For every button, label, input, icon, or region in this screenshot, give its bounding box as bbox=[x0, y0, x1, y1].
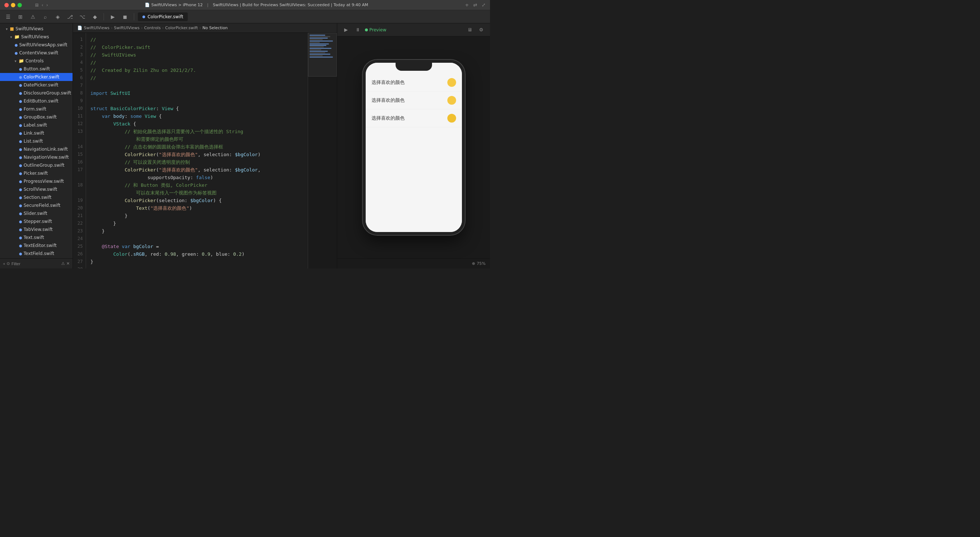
sidebar-item-groupbox[interactable]: ● GroupBox.swift bbox=[0, 113, 73, 121]
file-icon: ● bbox=[19, 236, 22, 240]
sidebar-item-navigationlink[interactable]: ● NavigationLink.swift bbox=[0, 145, 73, 153]
sidebar-item-tabview[interactable]: ● TabView.swift bbox=[0, 225, 73, 233]
color-circle-3[interactable] bbox=[447, 114, 456, 123]
warning-button[interactable]: ⚠ bbox=[28, 13, 38, 21]
sidebar-item-navigationview[interactable]: ● NavigationView.swift bbox=[0, 153, 73, 161]
code-line-16: // 可以设置关闭透明度的控制 bbox=[91, 158, 303, 166]
sidebar-label-tabview: TabView.swift bbox=[24, 227, 53, 232]
preview-play-button[interactable]: ▶ bbox=[342, 25, 350, 34]
sidebar-label-app: SwiftUIViewsApp.swift bbox=[19, 42, 67, 48]
sidebar-item-root[interactable]: ▾ ■ SwiftUIViews bbox=[0, 25, 73, 33]
forward-icon[interactable]: › bbox=[46, 3, 48, 8]
minimap-thumb[interactable] bbox=[308, 33, 337, 76]
run-button[interactable]: ▶ bbox=[108, 13, 118, 21]
code-line-7 bbox=[91, 82, 303, 89]
back-icon[interactable]: ‹ bbox=[41, 3, 43, 8]
grid-view-button[interactable]: ⊞ bbox=[15, 13, 25, 21]
sidebar-label-navigationview: NavigationView.swift bbox=[24, 155, 69, 160]
panel-toggle-icon[interactable]: ⊞ bbox=[35, 3, 39, 8]
sidebar-label-textfield: TextField.swift bbox=[24, 251, 54, 256]
titlebar: ⊞ ‹ › 📄 SwiftUIViews > iPhone 12 | Swift… bbox=[0, 0, 490, 10]
sidebar-item-section[interactable]: ● Section.swift bbox=[0, 193, 73, 201]
close-button[interactable] bbox=[5, 3, 9, 7]
minimap[interactable] bbox=[308, 33, 337, 269]
code-line-22: } bbox=[91, 220, 303, 227]
line-numbers: 1 2 3 4 5 6 7 8 9 10 11 12 13 14 15 16 1… bbox=[73, 33, 86, 269]
phone-list-item-1: 选择喜欢的颜色 bbox=[366, 74, 462, 92]
fullscreen-icon[interactable]: ⤢ bbox=[482, 2, 485, 8]
sidebar-item-form[interactable]: ● Form.swift bbox=[0, 105, 73, 113]
sidebar-item-stepper[interactable]: ● Stepper.swift bbox=[0, 217, 73, 225]
breadcrumb-item-1[interactable]: SwiftUIViews bbox=[84, 25, 110, 30]
history-button[interactable]: ⎇ bbox=[65, 13, 75, 21]
warning-count-button[interactable]: ⚠ bbox=[61, 261, 65, 266]
sidebar-item-controls[interactable]: ▾ 📁 Controls bbox=[0, 57, 73, 65]
sidebar-item-securefield[interactable]: ● SecureField.swift bbox=[0, 201, 73, 209]
diff-button[interactable]: ◈ bbox=[52, 13, 63, 21]
filter-button[interactable]: ⊙ Filter bbox=[6, 261, 20, 266]
code-line-14: // 点击右侧的圆圆就会弹出丰富的颜色选择框 bbox=[91, 143, 303, 151]
traffic-lights bbox=[5, 3, 22, 7]
sidebar-item-contentview[interactable]: ● ContentView.swift bbox=[0, 49, 73, 57]
sidebar-item-slider[interactable]: ● Slider.swift bbox=[0, 209, 73, 217]
sidebar-item-disclosuregroup[interactable]: ● DisclosureGroup.swift bbox=[0, 89, 73, 97]
sidebar-item-app[interactable]: ● SwiftUIViewsApp.swift bbox=[0, 41, 73, 49]
code-line-15: ColorPicker("选择喜欢的颜色", selection: $bgCol… bbox=[91, 151, 303, 158]
sidebar-item-picker[interactable]: ● Picker.swift bbox=[0, 169, 73, 177]
sidebar-item-label[interactable]: ● Label.swift bbox=[0, 121, 73, 129]
sidebar-item-textfield[interactable]: ● TextField.swift bbox=[0, 250, 73, 258]
phone-list-item-3: 选择喜欢的颜色 bbox=[366, 110, 462, 127]
sidebar-item-swiftuiviews[interactable]: ▾ 📁 SwiftUIViews bbox=[0, 33, 73, 41]
sidebar-label-editbutton: EditButton.swift bbox=[24, 99, 58, 104]
preview-toolbar: ▶ ⏸ Preview 🖥 ⚙ bbox=[337, 23, 490, 37]
add-file-button[interactable]: + bbox=[3, 261, 5, 266]
sidebar-item-colorpicker[interactable]: ● ColorPicker.swift bbox=[0, 73, 73, 81]
preview-device-button[interactable]: 🖥 bbox=[465, 25, 474, 34]
active-tab[interactable]: ● ColorPicker.swift bbox=[138, 13, 188, 21]
split-icon[interactable]: ⇄ bbox=[473, 2, 477, 8]
stop-button[interactable]: ◼ bbox=[120, 13, 130, 21]
color-circle-2[interactable] bbox=[447, 96, 456, 105]
search-button[interactable]: ⌕ bbox=[40, 13, 50, 21]
breadcrumb-item-5[interactable]: No Selection bbox=[202, 25, 228, 30]
sidebar-toggle-button[interactable]: ☰ bbox=[3, 13, 13, 21]
breadcrumb-item-4[interactable]: ColorPicker.swift bbox=[165, 25, 198, 30]
preview-pause-button[interactable]: ⏸ bbox=[353, 25, 362, 34]
preview-settings-button[interactable]: ⚙ bbox=[477, 25, 485, 34]
preview-zoom-icon[interactable]: ⊕ bbox=[472, 261, 475, 266]
preview-label: Preview bbox=[365, 27, 387, 32]
code-line-28 bbox=[91, 266, 303, 269]
code-editor[interactable]: // // ColorPicker.swift // SwiftUIViews … bbox=[86, 33, 308, 269]
sidebar-item-editbutton[interactable]: ● EditButton.swift bbox=[0, 97, 73, 105]
breadcrumb-item-2[interactable]: SwiftUIViews bbox=[114, 25, 140, 30]
code-line-8: import SwiftUI bbox=[91, 89, 303, 97]
sidebar-item-scrollview[interactable]: ● ScrollView.swift bbox=[0, 185, 73, 193]
sidebar-item-button[interactable]: ● Button.swift bbox=[0, 65, 73, 73]
git-button[interactable]: ⌥ bbox=[77, 13, 88, 21]
fullscreen-button[interactable] bbox=[18, 3, 22, 7]
code-line-20: Text("选择喜欢的颜色") bbox=[91, 204, 303, 212]
sidebar-item-datepicker[interactable]: ● DatePicker.swift bbox=[0, 81, 73, 89]
sidebar-item-texteditor[interactable]: ● TextEditor.swift bbox=[0, 242, 73, 250]
error-count-button[interactable]: ✕ bbox=[66, 261, 70, 266]
sidebar-item-list[interactable]: ● List.swift bbox=[0, 137, 73, 145]
sidebar-item-progressview[interactable]: ● ProgressView.swift bbox=[0, 177, 73, 185]
file-icon: ● bbox=[19, 83, 22, 87]
file-icon: ● bbox=[19, 228, 22, 232]
breakpoint-button[interactable]: ◆ bbox=[90, 13, 100, 21]
sidebar-tree[interactable]: ▾ ■ SwiftUIViews ▾ 📁 SwiftUIViews ● Swif… bbox=[0, 23, 73, 258]
sidebar-label-section: Section.swift bbox=[24, 195, 52, 200]
breadcrumb-item-3[interactable]: Controls bbox=[144, 25, 161, 30]
minimize-button[interactable] bbox=[11, 3, 15, 7]
sidebar-item-text[interactable]: ● Text.swift bbox=[0, 233, 73, 242]
add-icon[interactable]: + bbox=[465, 2, 469, 8]
sidebar-label-scrollview: ScrollView.swift bbox=[24, 187, 57, 192]
sidebar-item-outlinegroup[interactable]: ● OutlineGroup.swift bbox=[0, 161, 73, 169]
sidebar-item-link[interactable]: ● Link.swift bbox=[0, 129, 73, 137]
folder-icon: 📁 bbox=[19, 58, 24, 64]
color-circle-1[interactable] bbox=[447, 78, 456, 87]
sidebar-label-disclosuregroup: DisclosureGroup.swift bbox=[24, 91, 71, 96]
tab-icon: ● bbox=[142, 14, 145, 19]
scheme-breadcrumb[interactable]: SwiftUIViews > iPhone 12 bbox=[151, 3, 203, 7]
sidebar-label-swiftuiviews: SwiftUIViews bbox=[21, 34, 49, 40]
